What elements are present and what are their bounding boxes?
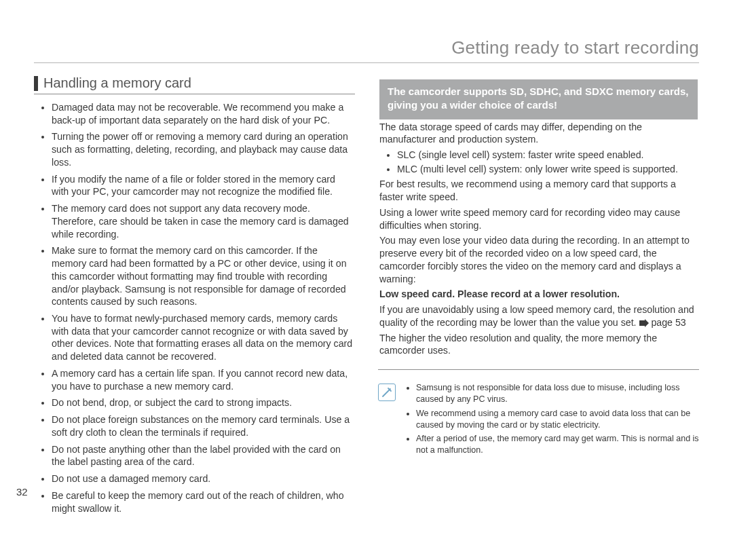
list-item: If you modify the name of a file or fold… [52, 173, 355, 198]
chapter-title: Getting ready to start recording [34, 37, 699, 58]
divider [34, 62, 699, 63]
left-column: Handling a memory card Damaged data may … [34, 75, 355, 519]
paragraph-unavoid: If you are unavoidably using a low speed… [379, 303, 698, 329]
list-item: Do not place foreign substances on the m… [52, 413, 355, 438]
section-title-row: Handling a memory card [34, 75, 355, 94]
note-item: We recommend using a memory card case to… [416, 408, 699, 431]
page-number: 32 [16, 486, 28, 498]
right-column: The camcorder supports SD, SDHC, and SDX… [378, 75, 699, 519]
note-item: Samsung is not responsible for data loss… [416, 382, 699, 405]
note-icon [378, 384, 396, 401]
paragraph: Using a lower write speed memory card fo… [379, 206, 698, 231]
section-title-bar [34, 76, 38, 91]
list-item: SLC (single level cell) system: faster w… [397, 149, 698, 162]
paragraph: The data storage speed of cards may diff… [379, 121, 698, 146]
note-item: After a period of use, the memory card m… [416, 433, 699, 456]
paragraph: The higher the video resolution and qual… [379, 332, 698, 357]
list-item: Make sure to format the memory card on t… [52, 244, 355, 308]
info-banner: The camcorder supports SD, SDHC, and SDX… [379, 79, 698, 119]
info-box: The camcorder supports SD, SDHC, and SDX… [378, 75, 699, 370]
note-list: Samsung is not responsible for data loss… [404, 382, 699, 459]
text-span: page 53 [651, 317, 685, 328]
list-item: Do not use a damaged memory card. [52, 472, 355, 485]
cell-system-list: SLC (single level cell) system: faster w… [379, 149, 698, 175]
list-item: Do not bend, drop, or subject the card t… [52, 396, 355, 409]
list-item: A memory card has a certain life span. I… [52, 367, 355, 392]
content-columns: Handling a memory card Damaged data may … [34, 75, 699, 519]
list-item: The memory card does not support any dat… [52, 202, 355, 240]
list-item: Be careful to keep the memory card out o… [52, 489, 355, 515]
list-item: MLC (multi level cell) system: only lowe… [397, 163, 698, 176]
list-item: You have to format newly-purchased memor… [52, 312, 355, 363]
note-block: Samsung is not responsible for data loss… [378, 382, 699, 459]
paragraph: You may even lose your video data during… [379, 234, 698, 285]
list-item: Damaged data may not be recoverable. We … [52, 101, 355, 126]
page-ref-arrow-icon [639, 320, 649, 326]
list-item: Turning the power off or removing a memo… [52, 130, 355, 168]
warning-bold: Low speed card. Please record at a lower… [379, 288, 698, 301]
section-title-text: Handling a memory card [43, 75, 191, 91]
manual-page: Getting ready to start recording Handlin… [0, 0, 733, 560]
list-item: Do not paste anything other than the lab… [52, 443, 355, 468]
handling-list: Damaged data may not be recoverable. We … [34, 101, 355, 515]
paragraph: For best results, we recommend using a m… [379, 178, 698, 203]
